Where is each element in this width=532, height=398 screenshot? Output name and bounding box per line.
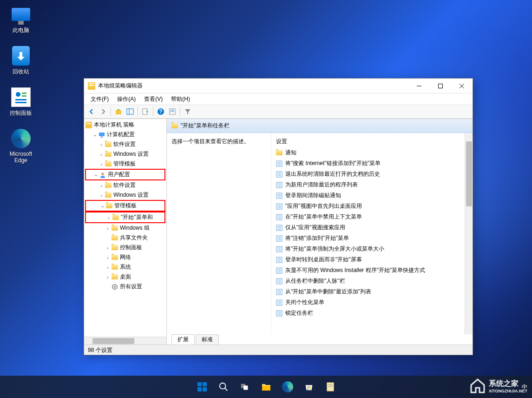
expand-icon[interactable]: › [105,274,111,280]
menu-help[interactable]: 帮助(H) [167,94,194,105]
expand-icon[interactable]: › [105,245,111,251]
store-button[interactable] [300,378,318,396]
list-item-label: 在"开始"菜单中禁用上下文菜单 [285,213,362,221]
task-view-button[interactable] [236,378,254,396]
desktop-icon-edge[interactable]: Microsoft Edge [5,129,37,164]
tree-item[interactable]: ›网络 [85,252,165,262]
tree-admin-templates[interactable]: ⌄管理模板 [85,200,165,212]
desktop-icon-control-panel[interactable]: 控制面板 [5,87,37,117]
tree-user-config[interactable]: ⌄ 用户配置 [85,169,165,180]
tree-item[interactable]: 共享文件夹 [85,233,165,243]
maximize-button[interactable] [430,79,451,93]
list-item[interactable]: 灰显不可用的 Windows Installer 程序"开始"菜单快捷方式 [271,265,473,276]
tree-root[interactable]: 本地计算机 策略 [85,120,165,130]
gear-icon [112,284,118,290]
setting-icon [276,278,282,285]
expand-icon[interactable]: › [98,152,105,157]
tab-extended[interactable]: 扩展 [171,334,195,345]
menu-view[interactable]: 查看(V) [140,94,166,105]
expand-icon[interactable]: › [98,142,105,147]
tree-computer-config[interactable]: ⌄ 计算机配置 [85,130,165,139]
list-item[interactable]: 在"开始"菜单中禁用上下文菜单 [271,212,473,222]
expand-icon[interactable]: › [105,215,112,220]
svg-rect-91 [203,387,207,391]
menu-action[interactable]: 操作(A) [113,94,139,105]
taskbar[interactable]: ⌃ 中 [0,376,532,398]
tree-item[interactable]: ›软件设置 [85,180,165,190]
titlebar[interactable]: 本地组策略编辑器 [84,79,473,93]
desktop-label: Microsoft Edge [5,151,37,164]
svg-rect-4 [15,102,26,103]
svg-rect-2 [22,95,26,97]
edge-button[interactable] [278,378,297,396]
tree-item[interactable]: ›桌面 [85,272,165,282]
list-item-folder[interactable]: 通知 [271,147,473,158]
tree-start-menu[interactable]: ›"开始"菜单和 [85,212,165,223]
expand-icon[interactable]: › [98,161,105,167]
expand-icon[interactable]: › [105,226,111,231]
explorer-button[interactable] [257,378,276,396]
list-item[interactable]: 将"注销"添加到"开始"菜单 [271,233,473,244]
list-item[interactable]: 仅从"应用"视图搜索应用 [271,222,473,233]
desktop-icon-recycle[interactable]: 回收站 [5,46,37,76]
back-button[interactable] [86,106,97,117]
list-item[interactable]: 从任务栏中删除"人脉"栏 [271,276,473,286]
tree-item[interactable]: 所有设置 [85,282,165,292]
gpedit-taskbar-button[interactable] [321,378,340,396]
svg-rect-22 [86,123,91,124]
edge-icon [282,381,293,392]
tree-item[interactable]: ›控制面板 [85,243,165,252]
tree-item[interactable]: ›管理模板 [85,159,165,169]
list-item[interactable]: "应用"视图中首先列出桌面应用 [271,201,473,212]
list-item[interactable]: 将"搜索 Internet"链接添加到"开始"菜单 [271,158,473,169]
tree-panel[interactable]: 本地计算机 策略 ⌄ 计算机配置 ›软件设置 ›Windows 设置 ›管理模板… [84,119,167,345]
setting-icon [276,171,282,178]
collapse-icon[interactable]: ⌄ [92,172,99,178]
list-item[interactable]: 退出系统时清除最近打开的文档的历史 [271,169,473,179]
list-item[interactable]: 锁定任务栏 [271,308,473,318]
help-button[interactable]: ? [155,106,166,117]
list-item[interactable]: 登录时转到桌面而非"开始"屏幕 [271,254,473,265]
export-button[interactable] [140,106,151,117]
expand-icon[interactable]: › [98,183,105,188]
user-icon [99,172,106,178]
expand-icon[interactable]: › [105,265,111,270]
tree-item[interactable]: ›系统 [85,262,165,272]
up-button[interactable] [113,106,124,117]
list-item[interactable]: 登录期间清除磁贴通知 [271,190,473,201]
folder-icon [105,192,112,198]
list-scrollbar[interactable] [465,133,473,334]
search-button[interactable] [214,378,233,396]
menu-file[interactable]: 文件(F) [87,94,112,105]
tree-item[interactable]: ›Windows 设置 [85,190,165,200]
list-item[interactable]: 将"开始"菜单强制为全屏大小或菜单大小 [271,244,473,254]
collapse-icon[interactable]: ⌄ [92,132,98,138]
desktop-icon-pc[interactable]: 此电脑 [5,5,37,34]
folder-icon [112,274,118,279]
minimize-button[interactable] [408,79,430,93]
setting-icon [276,203,282,210]
forward-button[interactable] [98,106,109,117]
desktop-label: 此电脑 [13,27,29,34]
list-column-header[interactable]: 设置 [271,136,473,147]
tree-item[interactable]: ›Windows 组 [85,223,165,233]
close-button[interactable] [451,79,473,93]
list-item[interactable]: 从"开始"菜单中删除"最近添加"列表 [271,286,473,297]
start-button[interactable] [193,378,211,396]
expand-icon[interactable]: › [98,192,105,198]
tree-item[interactable]: ›软件设置 [85,139,165,149]
tree-scrollbar[interactable] [84,337,166,345]
tab-standard[interactable]: 标准 [196,334,219,345]
settings-list[interactable]: 设置 通知 将"搜索 Internet"链接添加到"开始"菜单退出系统时清除最近… [271,133,473,334]
setting-icon [276,267,282,274]
filter-button[interactable] [182,106,193,117]
svg-rect-1 [22,93,26,94]
expand-icon[interactable]: › [105,255,111,260]
collapse-icon[interactable]: ⌄ [99,203,105,209]
list-item[interactable]: 为新用户清除最近的程序列表 [271,179,473,190]
properties-button[interactable] [167,106,178,117]
show-hide-button[interactable] [125,106,136,117]
content-area: 本地计算机 策略 ⌄ 计算机配置 ›软件设置 ›Windows 设置 ›管理模板… [84,119,473,345]
tree-item[interactable]: ›Windows 设置 [85,149,165,159]
list-item[interactable]: 关闭个性化菜单 [271,297,473,308]
